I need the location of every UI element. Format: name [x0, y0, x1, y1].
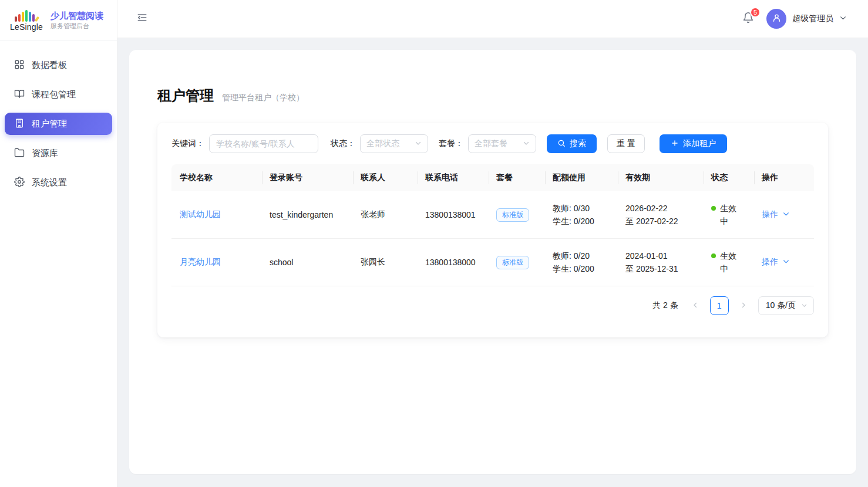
col-school: 学校名称 — [171, 164, 263, 191]
sidebar-collapse-button[interactable] — [134, 11, 150, 27]
chevron-down-icon — [782, 210, 790, 219]
main-column: 5 超级管理员 租户管理 — [117, 0, 868, 487]
page-head: 租户管理 管理平台租户（学校） — [157, 86, 828, 105]
prev-page-button[interactable] — [687, 297, 704, 314]
quota-cell: 教师: 0/30学生: 0/200 — [546, 191, 618, 239]
sidebar-item-course-packages[interactable]: 课程包管理 — [5, 83, 112, 106]
reset-button-label: 重 置 — [617, 138, 635, 149]
pagination: 共 2 条 1 10 条/页 — [171, 296, 814, 315]
next-page-button[interactable] — [735, 297, 752, 314]
user-name: 超级管理员 — [792, 13, 833, 24]
page-card: 租户管理 管理平台租户（学校） 关键词： 状态： 全部状态 — [129, 50, 856, 474]
plan-label: 套餐： — [439, 138, 463, 149]
page-size-value: 10 条/页 — [766, 300, 796, 311]
search-icon — [557, 139, 566, 149]
pagination-total: 共 2 条 — [652, 300, 678, 311]
page-size-select[interactable]: 10 条/页 — [758, 296, 814, 315]
valid-from: 2026-02-22 — [625, 202, 697, 215]
sidebar-item-dashboard[interactable]: 数据看板 — [5, 54, 112, 76]
chevron-down-icon — [839, 13, 847, 24]
keyword-input[interactable] — [209, 134, 318, 153]
filter-bar: 关键词： 状态： 全部状态 套餐： 全部套餐 — [171, 134, 814, 153]
building-icon — [14, 118, 25, 130]
chevron-left-icon — [692, 300, 699, 311]
app-subtitle: 服务管理后台 — [51, 22, 103, 31]
logo-mark-icon: LeSingle — [8, 9, 45, 32]
avatar — [766, 9, 786, 29]
quota-student: 学生: 0/200 — [553, 215, 611, 228]
sidebar-item-settings[interactable]: 系统设置 — [5, 171, 112, 194]
sidebar-item-label: 资源库 — [32, 148, 58, 159]
topbar: 5 超级管理员 — [117, 0, 868, 38]
status-text: 生效中 — [720, 202, 739, 228]
valid-to: 至 2025-12-31 — [625, 262, 697, 275]
user-icon — [772, 13, 782, 25]
status-select-value: 全部状态 — [366, 138, 399, 149]
sidebar-item-tenants[interactable]: 租户管理 — [5, 113, 112, 135]
status-select[interactable]: 全部状态 — [360, 134, 428, 153]
tenant-table: 学校名称 登录账号 联系人 联系电话 套餐 配额使用 有效期 状态 操作 — [171, 164, 814, 286]
validity-cell: 2024-01-01至 2025-12-31 — [618, 239, 704, 286]
notification-badge: 5 — [750, 7, 761, 18]
plan-select-value: 全部套餐 — [475, 138, 507, 149]
plan-select[interactable]: 全部套餐 — [468, 134, 536, 153]
contact-cell: 张园长 — [354, 239, 418, 286]
folder-icon — [14, 147, 25, 160]
plan-badge: 标准版 — [496, 256, 529, 269]
school-name-link[interactable]: 测试幼儿园 — [180, 209, 221, 219]
quota-teacher: 教师: 0/30 — [553, 202, 611, 215]
dashboard-icon — [14, 59, 25, 72]
sidebar-item-resources[interactable]: 资源库 — [5, 142, 112, 164]
action-label: 操作 — [762, 257, 778, 268]
col-phone: 联系电话 — [418, 164, 489, 191]
chevron-down-icon — [801, 301, 808, 310]
status-badge: 生效中 — [711, 202, 748, 228]
sidebar-item-label: 系统设置 — [32, 177, 67, 188]
page-subtitle: 管理平台租户（学校） — [222, 93, 304, 103]
col-validity: 有效期 — [618, 164, 704, 191]
app-title: 少儿智慧阅读 — [51, 10, 103, 22]
col-quota: 配额使用 — [546, 164, 618, 191]
row-actions-dropdown[interactable]: 操作 — [762, 209, 790, 220]
status-label: 状态： — [331, 138, 355, 149]
logo-text: 少儿智慧阅读 服务管理后台 — [51, 10, 103, 31]
status-badge: 生效中 — [711, 249, 748, 275]
plan-badge: 标准版 — [496, 208, 529, 222]
table-body: 测试幼儿园test_kindergarten张老师13800138001标准版教… — [171, 191, 814, 286]
action-label: 操作 — [762, 209, 778, 220]
chevron-down-icon — [415, 138, 422, 149]
sidebar-menu: 数据看板 课程包管理 租户管理 资源库 — [0, 41, 117, 207]
content-area: 租户管理 管理平台租户（学校） 关键词： 状态： 全部状态 — [117, 38, 868, 487]
logo-brand-text: LeSingle — [10, 22, 43, 32]
table-row: 测试幼儿园test_kindergarten张老师13800138001标准版教… — [171, 191, 814, 239]
notifications-button[interactable]: 5 — [741, 11, 756, 26]
sidebar-item-label: 租户管理 — [32, 119, 67, 130]
app-root: LeSingle 少儿智慧阅读 服务管理后台 数据看板 课程包管理 — [0, 0, 868, 487]
search-button-label: 搜索 — [570, 138, 586, 149]
plus-icon — [671, 139, 679, 149]
status-dot-icon — [711, 253, 716, 258]
app-logo: LeSingle 少儿智慧阅读 服务管理后台 — [0, 0, 117, 41]
reset-button[interactable]: 重 置 — [607, 134, 645, 153]
gear-icon — [14, 177, 25, 189]
table-header: 学校名称 登录账号 联系人 联系电话 套餐 配额使用 有效期 状态 操作 — [171, 164, 814, 191]
chevron-down-icon — [782, 258, 790, 267]
quota-teacher: 教师: 0/20 — [553, 249, 611, 262]
account-cell: school — [263, 239, 354, 286]
phone-cell: 13800138001 — [418, 191, 489, 239]
col-account: 登录账号 — [263, 164, 354, 191]
valid-to: 至 2027-02-22 — [625, 215, 697, 228]
add-tenant-button-label: 添加租户 — [683, 138, 716, 149]
book-icon — [14, 89, 25, 101]
col-actions: 操作 — [755, 164, 814, 191]
col-status: 状态 — [704, 164, 755, 191]
add-tenant-button[interactable]: 添加租户 — [660, 134, 727, 153]
page-number-1[interactable]: 1 — [710, 296, 729, 315]
user-menu[interactable]: 超级管理员 — [766, 9, 847, 29]
school-name-link[interactable]: 月亮幼儿园 — [180, 257, 221, 266]
row-actions-dropdown[interactable]: 操作 — [762, 257, 790, 268]
status-text: 生效中 — [720, 249, 739, 275]
chevron-down-icon — [523, 138, 530, 149]
topbar-right: 5 超级管理员 — [741, 9, 847, 29]
search-button[interactable]: 搜索 — [547, 134, 597, 153]
